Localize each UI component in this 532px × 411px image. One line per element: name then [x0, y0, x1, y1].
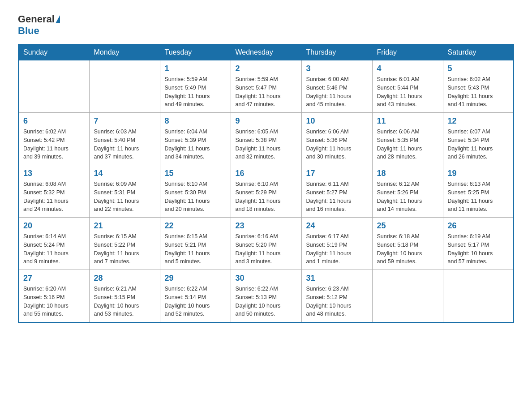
day-number: 25 — [377, 221, 438, 231]
calendar-cell: 11Sunrise: 6:06 AM Sunset: 5:35 PM Dayli… — [372, 113, 443, 165]
day-number: 28 — [94, 274, 155, 283]
day-info: Sunrise: 6:09 AM Sunset: 5:31 PM Dayligh… — [94, 180, 155, 214]
day-number: 19 — [448, 169, 509, 178]
day-number: 7 — [94, 116, 155, 126]
day-info: Sunrise: 6:08 AM Sunset: 5:32 PM Dayligh… — [23, 180, 85, 214]
day-number: 24 — [306, 221, 368, 231]
day-info: Sunrise: 6:23 AM Sunset: 5:12 PM Dayligh… — [306, 285, 368, 318]
calendar-cell: 17Sunrise: 6:11 AM Sunset: 5:27 PM Dayli… — [301, 165, 372, 218]
calendar-cell: 8Sunrise: 6:04 AM Sunset: 5:39 PM Daylig… — [160, 113, 231, 165]
day-info: Sunrise: 6:19 AM Sunset: 5:17 PM Dayligh… — [448, 232, 509, 266]
day-number: 17 — [306, 169, 368, 178]
day-info: Sunrise: 6:22 AM Sunset: 5:14 PM Dayligh… — [165, 285, 226, 318]
calendar-header-sunday: Sunday — [18, 44, 89, 60]
calendar-header-thursday: Thursday — [301, 44, 372, 60]
calendar-cell: 19Sunrise: 6:13 AM Sunset: 5:25 PM Dayli… — [443, 165, 514, 218]
day-info: Sunrise: 6:10 AM Sunset: 5:30 PM Dayligh… — [165, 180, 226, 214]
calendar-week-row: 13Sunrise: 6:08 AM Sunset: 5:32 PM Dayli… — [18, 165, 514, 218]
calendar-cell: 30Sunrise: 6:22 AM Sunset: 5:13 PM Dayli… — [231, 270, 301, 323]
calendar-header-saturday: Saturday — [443, 44, 514, 60]
calendar-cell: 6Sunrise: 6:02 AM Sunset: 5:42 PM Daylig… — [18, 113, 89, 165]
calendar-cell: 15Sunrise: 6:10 AM Sunset: 5:30 PM Dayli… — [160, 165, 231, 218]
day-number: 4 — [377, 64, 438, 73]
calendar-cell: 22Sunrise: 6:15 AM Sunset: 5:21 PM Dayli… — [160, 218, 231, 270]
calendar-cell: 14Sunrise: 6:09 AM Sunset: 5:31 PM Dayli… — [89, 165, 160, 218]
day-number: 13 — [23, 169, 85, 178]
calendar-week-row: 27Sunrise: 6:20 AM Sunset: 5:16 PM Dayli… — [18, 270, 514, 323]
day-number: 18 — [377, 169, 438, 178]
day-info: Sunrise: 6:06 AM Sunset: 5:35 PM Dayligh… — [377, 128, 438, 161]
calendar-header-friday: Friday — [372, 44, 443, 60]
day-info: Sunrise: 6:01 AM Sunset: 5:44 PM Dayligh… — [377, 75, 438, 109]
page-header: General Blue — [18, 13, 514, 37]
calendar-cell: 18Sunrise: 6:12 AM Sunset: 5:26 PM Dayli… — [372, 165, 443, 218]
day-info: Sunrise: 6:20 AM Sunset: 5:16 PM Dayligh… — [23, 285, 85, 318]
day-number: 6 — [23, 116, 85, 126]
calendar-cell — [443, 270, 514, 323]
calendar-week-row: 20Sunrise: 6:14 AM Sunset: 5:24 PM Dayli… — [18, 218, 514, 270]
day-number: 30 — [236, 274, 297, 283]
day-number: 31 — [306, 274, 368, 283]
logo-triangle-icon — [56, 15, 60, 23]
day-number: 5 — [448, 64, 509, 73]
calendar-cell: 1Sunrise: 5:59 AM Sunset: 5:49 PM Daylig… — [160, 60, 231, 113]
day-info: Sunrise: 6:10 AM Sunset: 5:29 PM Dayligh… — [236, 180, 297, 214]
day-number: 11 — [377, 116, 438, 126]
day-number: 29 — [165, 274, 226, 283]
day-number: 1 — [165, 64, 226, 73]
day-info: Sunrise: 6:02 AM Sunset: 5:43 PM Dayligh… — [448, 75, 509, 109]
calendar-cell: 24Sunrise: 6:17 AM Sunset: 5:19 PM Dayli… — [301, 218, 372, 270]
calendar-header-row: SundayMondayTuesdayWednesdayThursdayFrid… — [18, 44, 514, 60]
calendar-header-tuesday: Tuesday — [160, 44, 231, 60]
day-info: Sunrise: 6:06 AM Sunset: 5:36 PM Dayligh… — [306, 128, 368, 161]
day-number: 3 — [306, 64, 368, 73]
logo: General Blue — [18, 13, 61, 37]
calendar-cell: 23Sunrise: 6:16 AM Sunset: 5:20 PM Dayli… — [231, 218, 301, 270]
calendar-cell: 2Sunrise: 5:59 AM Sunset: 5:47 PM Daylig… — [231, 60, 301, 113]
calendar-cell: 13Sunrise: 6:08 AM Sunset: 5:32 PM Dayli… — [18, 165, 89, 218]
day-info: Sunrise: 6:00 AM Sunset: 5:46 PM Dayligh… — [306, 75, 368, 109]
calendar-header-wednesday: Wednesday — [231, 44, 301, 60]
day-info: Sunrise: 6:04 AM Sunset: 5:39 PM Dayligh… — [165, 128, 226, 161]
logo-general-text: General — [18, 13, 55, 25]
day-number: 8 — [165, 116, 226, 126]
calendar-cell: 25Sunrise: 6:18 AM Sunset: 5:18 PM Dayli… — [372, 218, 443, 270]
logo-blue-text: Blue — [18, 25, 39, 36]
day-number: 2 — [236, 64, 297, 73]
calendar-cell: 21Sunrise: 6:15 AM Sunset: 5:22 PM Dayli… — [89, 218, 160, 270]
day-number: 21 — [94, 221, 155, 231]
day-info: Sunrise: 6:16 AM Sunset: 5:20 PM Dayligh… — [236, 232, 297, 266]
day-number: 27 — [23, 274, 85, 283]
day-info: Sunrise: 6:17 AM Sunset: 5:19 PM Dayligh… — [306, 232, 368, 266]
calendar-cell: 29Sunrise: 6:22 AM Sunset: 5:14 PM Dayli… — [160, 270, 231, 323]
calendar-cell: 5Sunrise: 6:02 AM Sunset: 5:43 PM Daylig… — [443, 60, 514, 113]
calendar-cell: 26Sunrise: 6:19 AM Sunset: 5:17 PM Dayli… — [443, 218, 514, 270]
day-number: 16 — [236, 169, 297, 178]
calendar-cell — [372, 270, 443, 323]
day-info: Sunrise: 6:18 AM Sunset: 5:18 PM Dayligh… — [377, 232, 438, 266]
day-number: 23 — [236, 221, 297, 231]
calendar-cell: 9Sunrise: 6:05 AM Sunset: 5:38 PM Daylig… — [231, 113, 301, 165]
calendar-cell: 16Sunrise: 6:10 AM Sunset: 5:29 PM Dayli… — [231, 165, 301, 218]
day-number: 14 — [94, 169, 155, 178]
day-info: Sunrise: 6:15 AM Sunset: 5:21 PM Dayligh… — [165, 232, 226, 266]
calendar-cell: 31Sunrise: 6:23 AM Sunset: 5:12 PM Dayli… — [301, 270, 372, 323]
calendar-cell: 10Sunrise: 6:06 AM Sunset: 5:36 PM Dayli… — [301, 113, 372, 165]
day-number: 22 — [165, 221, 226, 231]
day-number: 26 — [448, 221, 509, 231]
calendar-cell: 28Sunrise: 6:21 AM Sunset: 5:15 PM Dayli… — [89, 270, 160, 323]
day-info: Sunrise: 6:15 AM Sunset: 5:22 PM Dayligh… — [94, 232, 155, 266]
day-number: 12 — [448, 116, 509, 126]
calendar-cell: 27Sunrise: 6:20 AM Sunset: 5:16 PM Dayli… — [18, 270, 89, 323]
calendar-cell — [18, 60, 89, 113]
day-info: Sunrise: 6:07 AM Sunset: 5:34 PM Dayligh… — [448, 128, 509, 161]
day-number: 15 — [165, 169, 226, 178]
calendar-week-row: 6Sunrise: 6:02 AM Sunset: 5:42 PM Daylig… — [18, 113, 514, 165]
day-info: Sunrise: 5:59 AM Sunset: 5:47 PM Dayligh… — [236, 75, 297, 109]
calendar-header-monday: Monday — [89, 44, 160, 60]
calendar-cell — [89, 60, 160, 113]
calendar-table: SundayMondayTuesdayWednesdayThursdayFrid… — [18, 44, 514, 323]
day-number: 10 — [306, 116, 368, 126]
day-info: Sunrise: 5:59 AM Sunset: 5:49 PM Dayligh… — [165, 75, 226, 109]
day-info: Sunrise: 6:03 AM Sunset: 5:40 PM Dayligh… — [94, 128, 155, 161]
